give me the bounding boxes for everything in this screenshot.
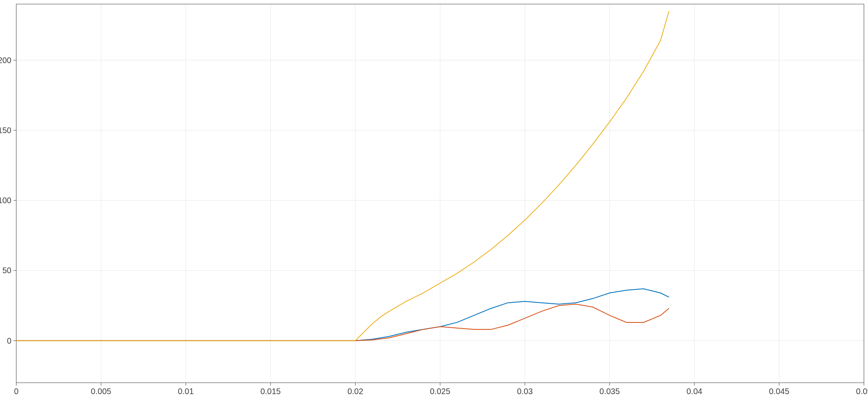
- x-tick-label: 0.01: [178, 387, 194, 396]
- x-tick-label: 0.02: [347, 387, 363, 396]
- x-tick-label: 0: [14, 387, 18, 396]
- line-chart: 00.0050.010.0150.020.0250.030.0350.040.0…: [0, 0, 868, 399]
- x-tick-label: 0.025: [430, 387, 450, 396]
- y-tick-label: 0: [7, 336, 11, 345]
- y-tick-label: 200: [0, 56, 11, 65]
- x-tick-label: 0.045: [769, 387, 789, 396]
- x-tick-label: 0.05: [856, 387, 868, 396]
- y-tick-label: 50: [2, 266, 11, 275]
- chart-container: 00.0050.010.0150.020.0250.030.0350.040.0…: [0, 0, 868, 399]
- x-tick-label: 0.035: [600, 387, 620, 396]
- x-tick-label: 0.03: [517, 387, 533, 396]
- y-tick-label: 100: [0, 196, 11, 205]
- y-tick-label: 150: [0, 126, 11, 135]
- x-tick-label: 0.005: [91, 387, 111, 396]
- x-tick-label: 0.015: [260, 387, 281, 396]
- x-tick-label: 0.04: [687, 387, 702, 396]
